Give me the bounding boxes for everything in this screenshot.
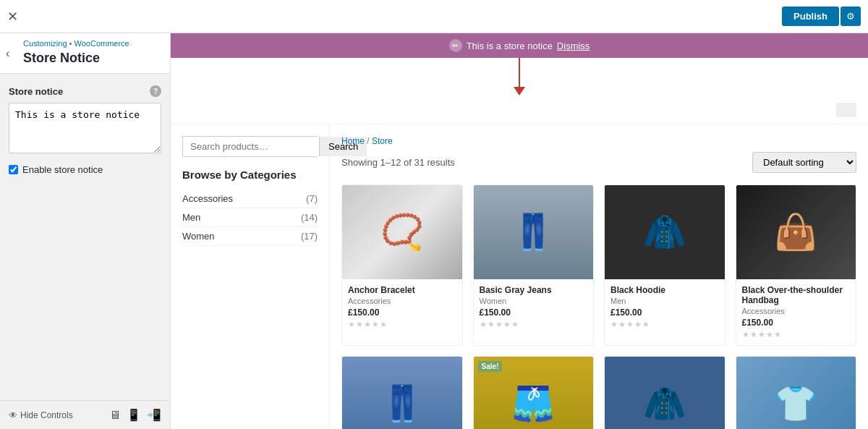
view-icons: 🖥 📱 📲 [109, 408, 161, 422]
product-card-blue-jeans[interactable]: 👖 Blue Denim Jeans Women £150.00 ★★★★★ [341, 356, 463, 429]
help-icon[interactable]: ? [150, 85, 161, 97]
product-stars: ★★★★★ [742, 330, 851, 339]
store-notice-banner: ✏ This is a store notice Dismiss [171, 33, 868, 58]
enable-notice-label[interactable]: Enable store notice [22, 164, 103, 175]
product-name: Anchor Bracelet [348, 285, 456, 295]
back-button[interactable]: ‹ [6, 47, 9, 60]
preview-area: ✏ This is a store notice Dismiss Search … [171, 33, 868, 429]
product-card-handbag[interactable]: 👜 Black Over-the-shoulder Handbag Access… [736, 184, 857, 346]
main-layout: ‹ Customizing • WooCommerce Store Notice… [0, 33, 868, 429]
category-item-women[interactable]: Women(17) [182, 227, 318, 246]
product-stars: ★★★★★ [348, 320, 456, 329]
product-image-blue-jeans: 👖 [342, 357, 462, 429]
product-image-black-hoodie: 🧥 [605, 185, 725, 279]
hide-controls-label: Hide Controls [20, 410, 73, 420]
product-card-shorts[interactable]: 🩳 Sale! Casual Shorts Women £150.00 ★★★★… [473, 356, 595, 429]
sidebar: ‹ Customizing • WooCommerce Store Notice… [0, 33, 171, 429]
product-image-anchor-bracelet: 📿 [342, 185, 462, 279]
arrow-indicator [171, 58, 868, 95]
product-name: Black Hoodie [610, 285, 719, 295]
product-image-shorts: 🩳 Sale! [474, 357, 594, 429]
product-card-anchor-bracelet[interactable]: 📿 Anchor Bracelet Accessories £150.00 ★★… [341, 184, 463, 346]
preview-content: Search Browse by Categories Accessories(… [171, 124, 868, 429]
hide-controls-button[interactable]: 👁 Hide Controls [9, 410, 73, 420]
sidebar-content: Store notice ? This is a store notice En… [0, 74, 170, 400]
category-item-men[interactable]: Men(14) [182, 208, 318, 227]
publish-button[interactable]: Publish [782, 7, 839, 26]
product-card-black-hoodie[interactable]: 🧥 Black Hoodie Men £150.00 ★★★★★ [604, 184, 726, 346]
product-name: Black Over-the-shoulder Handbag [742, 285, 851, 305]
nav-placeholder [836, 103, 856, 117]
dismiss-link[interactable]: Dismiss [557, 41, 590, 51]
sort-select[interactable]: Default sorting [752, 152, 856, 173]
product-category: Men [610, 297, 719, 305]
close-button[interactable]: ✕ [7, 9, 18, 25]
product-image-gray-jeans: 👖 [474, 185, 594, 279]
sale-badge: Sale! [478, 361, 503, 372]
products-grid: 📿 Anchor Bracelet Accessories £150.00 ★★… [341, 184, 856, 429]
product-info-black-hoodie: Black Hoodie Men £150.00 ★★★★★ [605, 279, 725, 335]
product-info-gray-jeans: Basic Gray Jeans Women £150.00 ★★★★★ [474, 279, 594, 335]
sidebar-header: ‹ Customizing • WooCommerce Store Notice [0, 33, 170, 74]
desktop-view-button[interactable]: 🖥 [109, 408, 121, 422]
preview-nav [171, 95, 868, 124]
enable-notice-row: Enable store notice [9, 164, 161, 175]
category-item-accessories[interactable]: Accessories(7) [182, 190, 318, 208]
categories-heading: Browse by Categories [182, 169, 318, 181]
product-card-blue-hoodie[interactable]: 🧥 Blue Hoodie Men £150.00 ★★★★★ [604, 356, 726, 429]
product-category: Women [480, 297, 588, 305]
settings-button[interactable]: ⚙ [841, 7, 861, 26]
product-image-blue-shirt: 👕 [736, 357, 856, 429]
store-link[interactable]: Store [372, 136, 393, 146]
breadcrumb-nav: Home / Store [341, 136, 856, 146]
notice-textarea[interactable]: This is a store notice [9, 103, 161, 153]
section-label: Store notice ? [9, 85, 161, 97]
results-count: Showing 1–12 of 31 results [341, 157, 455, 168]
products-area: Home / Store Showing 1–12 of 31 results … [330, 124, 868, 429]
product-category: Accessories [742, 307, 851, 315]
product-price: £150.00 [480, 307, 588, 318]
results-bar: Showing 1–12 of 31 results Default sorti… [341, 152, 856, 173]
search-bar: Search [182, 136, 318, 157]
product-sidebar: Search Browse by Categories Accessories(… [171, 124, 330, 429]
product-name: Basic Gray Jeans [480, 285, 588, 295]
product-price: £150.00 [348, 307, 456, 318]
product-card-blue-shirt[interactable]: 👕 Blue T-Shirt Men £150.00 ★★★★★ [736, 356, 857, 429]
enable-notice-checkbox[interactable] [9, 165, 18, 174]
breadcrumb-woocommerce[interactable]: WooCommerce [75, 39, 129, 48]
product-stars: ★★★★★ [480, 320, 588, 329]
product-price: £150.00 [610, 307, 719, 318]
mobile-view-button[interactable]: 📲 [147, 408, 161, 422]
notice-pencil-icon: ✏ [449, 39, 462, 52]
product-info-handbag: Black Over-the-shoulder Handbag Accessor… [736, 279, 856, 345]
top-bar: ✕ Publish ⚙ [0, 0, 868, 33]
product-price: £150.00 [742, 318, 851, 328]
page-title: Store Notice [23, 51, 161, 66]
eye-icon: 👁 [9, 410, 17, 420]
breadcrumb-customizing[interactable]: Customizing [23, 39, 67, 48]
product-card-gray-jeans[interactable]: 👖 Basic Gray Jeans Women £150.00 ★★★★★ [473, 184, 595, 346]
store-notice-text: This is a store notice [467, 41, 553, 51]
product-image-blue-hoodie: 🧥 [605, 357, 725, 429]
sidebar-footer: 👁 Hide Controls 🖥 📱 📲 [0, 400, 170, 429]
product-stars: ★★★★★ [610, 320, 719, 329]
breadcrumb: Customizing • WooCommerce [23, 39, 161, 48]
tablet-view-button[interactable]: 📱 [127, 408, 141, 422]
search-input[interactable] [183, 137, 319, 156]
home-link[interactable]: Home [341, 136, 365, 146]
product-image-handbag: 👜 [736, 185, 856, 279]
product-category: Accessories [348, 297, 456, 305]
product-info-anchor-bracelet: Anchor Bracelet Accessories £150.00 ★★★★… [342, 279, 462, 335]
